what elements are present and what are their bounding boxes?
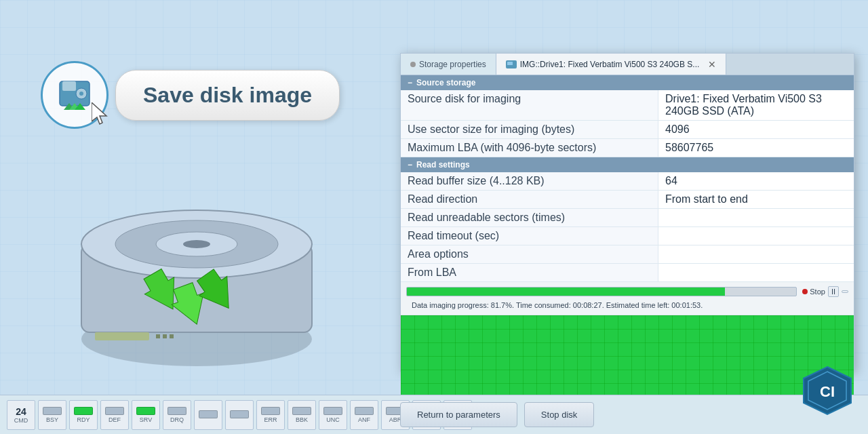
led-srv: SRV	[132, 400, 160, 430]
hdd-svg	[41, 136, 332, 366]
left-panel: Save disk image	[0, 0, 407, 434]
tab-img[interactable]: IMG::Drive1: Fixed Verbatim Vi500 S3 240…	[496, 54, 727, 75]
prop-row-from-lba: From LBA	[401, 264, 854, 282]
main-window: Storage properties IMG::Drive1: Fixed Ve…	[400, 53, 854, 372]
tab-close-btn[interactable]: ✕	[708, 59, 716, 70]
led-anf-label: ANF	[358, 416, 370, 423]
return-to-params-button[interactable]: Return to parameters	[400, 402, 517, 427]
source-storage-header: − Source storage	[401, 75, 854, 90]
led-rdy-label: RDY	[77, 416, 90, 423]
led-srv-light	[136, 407, 155, 415]
prop-label-source-disk: Source disk for imaging	[401, 90, 658, 120]
save-disk-label: Save disk image	[115, 70, 340, 121]
tab-spacer	[726, 54, 854, 75]
led-err-label: ERR	[264, 416, 277, 423]
svg-rect-16	[507, 62, 513, 65]
stop-indicator: Stop	[802, 288, 825, 296]
prop-label-area: Area options	[401, 245, 658, 263]
led-bsy-light	[43, 407, 62, 415]
pause-btn[interactable]: II	[828, 286, 839, 297]
prop-label-buffer-size: Read buffer size (4..128 KB)	[401, 172, 658, 190]
prop-value-area	[658, 245, 854, 263]
cmd-label: CMD	[14, 417, 28, 424]
led-blank2	[225, 400, 254, 430]
led-def-light	[105, 407, 124, 415]
prop-label-from-lba: From LBA	[401, 264, 658, 281]
prop-row-source-disk: Source disk for imaging Drive1: Fixed Ve…	[401, 90, 854, 121]
prop-row-max-lba: Maximum LBA (with 4096-byte sectors) 586…	[401, 139, 854, 157]
led-rdy-light	[74, 407, 93, 415]
stop-disk-button[interactable]: Stop disk	[524, 402, 594, 427]
stop-label[interactable]: Stop	[810, 288, 825, 296]
led-anf: ANF	[350, 400, 378, 430]
prop-row-read-dir: Read direction From start to end	[401, 191, 854, 209]
led-blank1	[194, 400, 222, 430]
stop-dot	[802, 289, 808, 294]
prop-value-buffer-size: 64	[658, 172, 854, 190]
svg-rect-1	[62, 81, 76, 91]
prop-label-read-dir: Read direction	[401, 191, 658, 208]
svg-point-10	[183, 240, 210, 248]
logo-svg: CI	[800, 363, 854, 418]
led-def-label: DEF	[108, 416, 121, 423]
hdd-illustration	[41, 136, 332, 366]
prop-value-read-unreadable	[658, 209, 854, 226]
led-err-light	[261, 407, 280, 415]
svg-rect-14	[170, 334, 174, 338]
led-bbk: BBK	[288, 400, 316, 430]
led-blank2-light	[230, 410, 249, 418]
svg-rect-12	[156, 334, 160, 338]
led-drq: DRQ	[163, 400, 191, 430]
led-rdy: RDY	[69, 400, 98, 430]
prop-row-read-timeout: Read timeout (sec)	[401, 227, 854, 245]
save-disk-btn-area: Save disk image	[41, 61, 340, 129]
logo-area: CI	[800, 363, 854, 420]
section-collapse-icon: −	[408, 78, 412, 87]
svg-marker-4	[92, 102, 106, 124]
led-bsy-label: BSY	[46, 416, 58, 423]
led-bsy: BSY	[38, 400, 66, 430]
tab-storage[interactable]: Storage properties	[401, 54, 496, 75]
led-blank1-light	[199, 410, 218, 418]
cursor-arrow	[92, 102, 111, 127]
progress-area: Stop II Data imaging progress: 81.7%. Ti…	[401, 282, 854, 315]
prop-row-sector-size: Use sector size for imaging (bytes) 4096	[401, 121, 854, 139]
led-def: DEF	[100, 400, 129, 430]
tab-storage-label: Storage properties	[419, 60, 486, 69]
led-bbk-light	[292, 407, 311, 415]
led-anf-light	[355, 407, 374, 415]
prop-value-from-lba	[658, 264, 854, 281]
read-settings-header: − Read settings	[401, 157, 854, 172]
led-unc-light	[323, 407, 342, 415]
prop-value-read-dir: From start to end	[658, 191, 854, 208]
led-drq-label: DRQ	[170, 416, 184, 423]
led-bbk-label: BBK	[296, 416, 308, 423]
progress-controls: Stop II	[802, 286, 848, 297]
progress-text: Data imaging progress: 81.7%. Time consu…	[406, 300, 848, 311]
prop-value-read-timeout	[658, 227, 854, 245]
led-unc: UNC	[319, 400, 347, 430]
disk-icon-circle[interactable]	[41, 61, 108, 129]
prop-label-max-lba: Maximum LBA (with 4096-byte sectors)	[401, 139, 658, 157]
prop-value-max-lba: 58607765	[658, 139, 854, 157]
prop-value-source-disk: Drive1: Fixed Verbatim Vi500 S3 240GB SS…	[658, 90, 854, 120]
play-btn[interactable]	[842, 290, 848, 293]
tab-dot	[410, 62, 416, 67]
led-srv-label: SRV	[140, 416, 152, 423]
tab-img-label: IMG::Drive1: Fixed Verbatim Vi500 S3 240…	[520, 60, 700, 69]
led-drq-light	[167, 407, 186, 415]
prop-row-buffer-size: Read buffer size (4..128 KB) 64	[401, 172, 854, 191]
prop-value-sector-size: 4096	[658, 121, 854, 138]
led-err: ERR	[256, 400, 285, 430]
prop-label-read-timeout: Read timeout (sec)	[401, 227, 658, 245]
bottom-buttons: Return to parameters Stop disk	[400, 402, 594, 427]
progress-bar-fill	[407, 288, 725, 296]
save-disk-icon	[54, 75, 95, 115]
source-storage-label: Source storage	[416, 78, 475, 87]
cmd-count: 24	[16, 406, 26, 417]
led-unc-label: UNC	[326, 416, 340, 423]
tab-img-icon	[506, 60, 517, 68]
read-settings-label: Read settings	[416, 160, 470, 170]
svg-point-3	[79, 92, 83, 96]
cmd-status-block: 24 CMD	[7, 400, 35, 430]
